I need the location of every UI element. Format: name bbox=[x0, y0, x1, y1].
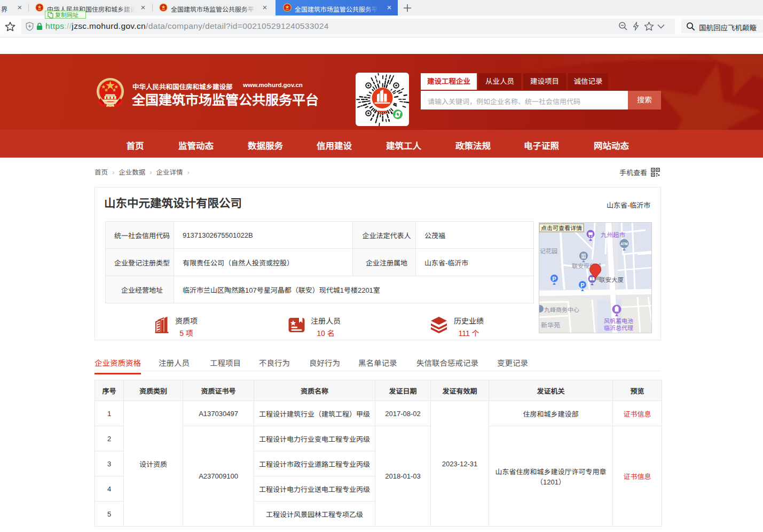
svg-text:九峰商务中心: 九峰商务中心 bbox=[544, 307, 579, 313]
svg-text:临沂总代理: 临沂总代理 bbox=[604, 325, 633, 331]
svg-text:点击可查看详情: 点击可查看详情 bbox=[541, 225, 582, 231]
svg-text:P: P bbox=[552, 276, 556, 282]
svg-text:ATM: ATM bbox=[620, 242, 628, 246]
svg-text:联安大厦: 联安大厦 bbox=[599, 277, 624, 283]
svg-text:记花园: 记花园 bbox=[540, 248, 557, 254]
svg-text:九州超市: 九州超市 bbox=[601, 232, 625, 238]
svg-text:P: P bbox=[580, 282, 584, 288]
svg-text:新华苑: 新华苑 bbox=[541, 322, 560, 329]
svg-text:风帆蓄电池: 风帆蓄电池 bbox=[604, 318, 633, 324]
